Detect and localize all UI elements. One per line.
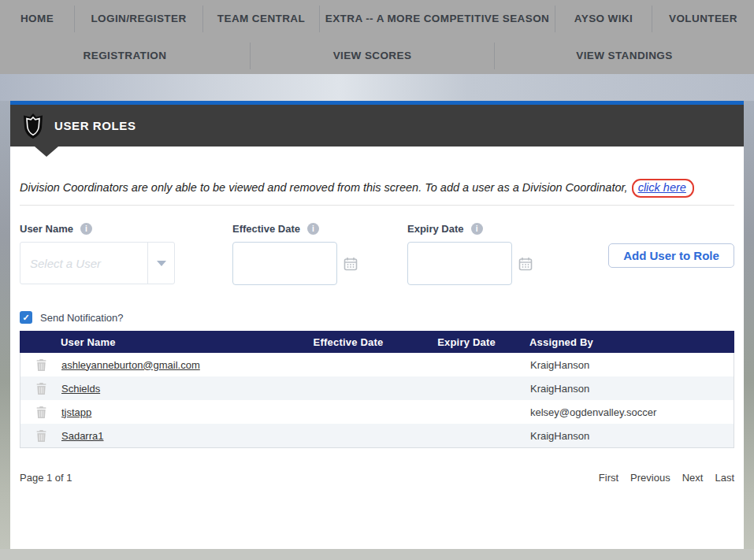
user-name-field-group: User Name i Select a User xyxy=(20,223,175,284)
table-row: Schields KraigHanson xyxy=(20,376,734,400)
table-header-user-name: User Name xyxy=(61,336,289,348)
table-body: ashleyanneburton@gmail.com KraigHanson S… xyxy=(20,353,734,448)
hero-background-strip xyxy=(0,74,754,101)
table-row: ashleyanneburton@gmail.com KraigHanson xyxy=(20,353,734,376)
user-name-link[interactable]: Schields xyxy=(61,383,290,395)
pagination-last-link[interactable]: Last xyxy=(715,472,734,484)
info-icon[interactable]: i xyxy=(471,223,483,235)
info-icon[interactable]: i xyxy=(307,223,319,235)
calendar-icon[interactable] xyxy=(518,257,533,271)
assigned-by-cell: KraigHanson xyxy=(526,430,734,442)
delete-user-button[interactable] xyxy=(20,430,61,442)
chevron-down-icon xyxy=(157,261,166,266)
user-roles-panel: USER ROLES Division Coordinators are onl… xyxy=(10,101,744,549)
top-navigation: HOME LOGIN/REGISTER TEAM CENTRAL EXTRA -… xyxy=(0,0,754,74)
user-name-link[interactable]: ashleyanneburton@gmail.com xyxy=(61,359,290,371)
pagination-bar: Page 1 of 1 First Previous Next Last xyxy=(20,472,734,484)
shield-icon xyxy=(21,112,45,140)
pagination-previous-link[interactable]: Previous xyxy=(630,472,670,484)
table-header-assigned-by: Assigned By xyxy=(526,336,734,348)
click-here-link[interactable]: click here xyxy=(638,181,686,194)
table-row: tjstapp kelsey@ogdenvalley.soccer xyxy=(20,400,734,424)
notice-text: Division Coordinators are only able to b… xyxy=(20,181,628,194)
send-notification-label: Send Notification? xyxy=(40,312,124,324)
section-divider xyxy=(20,205,734,206)
nav-item-view-standings[interactable]: VIEW STANDINGS xyxy=(495,37,754,74)
page-status: Page 1 of 1 xyxy=(20,472,72,484)
expiry-date-field-group: Expiry Date i xyxy=(407,223,533,285)
effective-date-field-group: Effective Date i xyxy=(232,223,358,285)
send-notification-checkbox[interactable] xyxy=(20,311,32,324)
add-user-form: User Name i Select a User Effective Date… xyxy=(20,223,734,302)
effective-date-input[interactable] xyxy=(232,242,337,285)
header-pointer-triangle xyxy=(35,146,58,157)
dropdown-caret-zone[interactable] xyxy=(147,243,174,284)
page-bottom-strip xyxy=(0,549,754,560)
user-select-placeholder: Select a User xyxy=(20,243,147,284)
nav-item-login-register[interactable]: LOGIN/REGISTER xyxy=(75,0,202,37)
panel-header: USER ROLES xyxy=(10,105,744,146)
user-roles-table: User Name Effective Date Expiry Date Ass… xyxy=(20,331,734,448)
nav-item-team-central[interactable]: TEAM CENTRAL xyxy=(203,0,319,37)
delete-user-button[interactable] xyxy=(20,406,61,418)
effective-date-label: Effective Date xyxy=(232,223,300,235)
calendar-icon[interactable] xyxy=(344,257,358,271)
nav-row-2: REGISTRATION VIEW SCORES VIEW STANDINGS xyxy=(0,37,754,74)
panel-content: Division Coordinators are only able to b… xyxy=(10,181,744,484)
send-notification-row: Send Notification? xyxy=(20,311,734,324)
nav-item-ayso-wiki[interactable]: AYSO WIKI xyxy=(555,0,652,37)
table-row: Sadarra1 KraigHanson xyxy=(20,424,734,447)
assigned-by-cell: KraigHanson xyxy=(526,359,734,371)
page-title: USER ROLES xyxy=(54,119,136,132)
user-name-link[interactable]: Sadarra1 xyxy=(61,430,290,442)
delete-user-button[interactable] xyxy=(20,383,61,395)
nav-item-view-scores[interactable]: VIEW SCORES xyxy=(251,37,494,74)
nav-item-registration[interactable]: REGISTRATION xyxy=(0,37,250,74)
add-user-to-role-button[interactable]: Add User to Role xyxy=(608,243,734,268)
pagination-next-link[interactable]: Next xyxy=(682,472,704,484)
nav-item-extra-season[interactable]: EXTRA -- A MORE COMPETITIVE SEASON xyxy=(320,0,555,37)
nav-row-1: HOME LOGIN/REGISTER TEAM CENTRAL EXTRA -… xyxy=(0,0,754,37)
table-header-effective-date: Effective Date xyxy=(289,336,407,348)
expiry-date-label: Expiry Date xyxy=(407,223,464,235)
table-header-row: User Name Effective Date Expiry Date Ass… xyxy=(20,331,734,353)
user-select-dropdown[interactable]: Select a User xyxy=(20,242,175,284)
assigned-by-cell: KraigHanson xyxy=(526,383,734,395)
delete-user-button[interactable] xyxy=(20,359,61,371)
table-header-expiry-date: Expiry Date xyxy=(407,336,526,348)
coordinator-notice: Division Coordinators are only able to b… xyxy=(20,181,734,194)
user-name-link[interactable]: tjstapp xyxy=(61,406,290,418)
pagination-links: First Previous Next Last xyxy=(599,472,734,484)
nav-item-volunteer[interactable]: VOLUNTEER xyxy=(652,0,754,37)
assigned-by-cell: kelsey@ogdenvalley.soccer xyxy=(526,406,734,418)
pagination-first-link[interactable]: First xyxy=(599,472,618,484)
info-icon[interactable]: i xyxy=(80,223,92,235)
user-name-label: User Name xyxy=(20,223,73,235)
nav-item-home[interactable]: HOME xyxy=(0,0,74,37)
red-annotation-circle: click here xyxy=(632,179,694,198)
expiry-date-input[interactable] xyxy=(407,242,512,285)
